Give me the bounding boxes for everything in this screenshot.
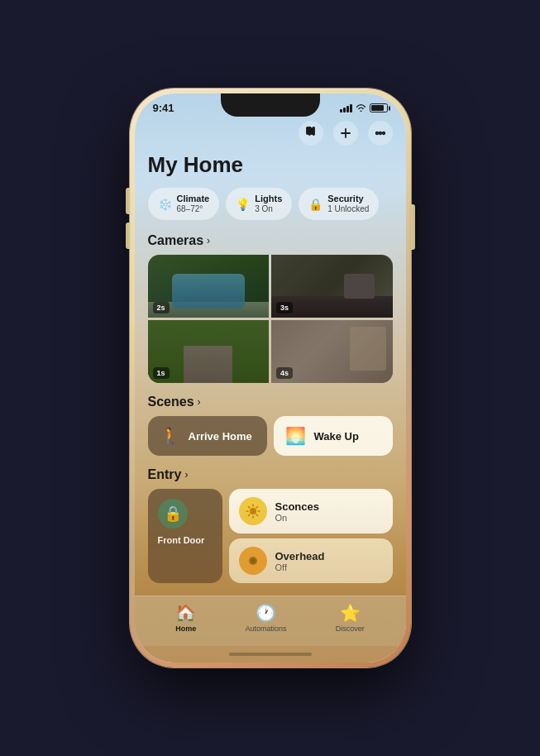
arrive-home-icon: 🚶: [160, 426, 180, 446]
home-nav-label: Home: [175, 624, 196, 633]
overhead-icon-circle: [239, 547, 267, 575]
overhead-name: Overhead: [275, 550, 325, 562]
scenes-title: Scenes: [148, 395, 194, 409]
camera-label-3: 1s: [153, 367, 170, 379]
camera-cell-living[interactable]: 4s: [271, 320, 393, 383]
category-pill-climate[interactable]: ❄️ Climate 68–72°: [148, 188, 220, 220]
cameras-section-header[interactable]: Cameras ›: [148, 233, 393, 248]
scenes-chevron: ›: [198, 396, 201, 408]
camera-cell-pool[interactable]: 2s: [148, 255, 270, 318]
phone-outer: 9:41: [130, 89, 411, 667]
lights-icon: 💡: [236, 198, 250, 211]
power-button[interactable]: [411, 204, 415, 250]
wifi-icon: [356, 103, 366, 113]
camera-label-4: 4s: [276, 367, 293, 379]
entry-devices: Sconces On: [229, 489, 393, 583]
volume-down-button[interactable]: [126, 222, 130, 249]
automations-nav-icon: 🕐: [256, 603, 276, 623]
nav-home[interactable]: 🏠 Home: [175, 603, 196, 633]
home-indicator: [135, 646, 406, 663]
category-pill-lights[interactable]: 💡 Lights 3 On: [226, 188, 292, 220]
svg-line-15: [256, 514, 258, 516]
status-icons: [340, 103, 388, 113]
sconces-name: Sconces: [275, 500, 319, 513]
sconces-text: Sconces On: [275, 500, 319, 523]
discover-nav-label: Discover: [336, 624, 365, 633]
security-icon: 🔒: [308, 198, 323, 211]
svg-line-16: [256, 507, 258, 509]
bottom-nav: 🏠 Home 🕐 Automations ⭐ Discover: [135, 596, 406, 646]
screen: 9:41: [135, 93, 406, 663]
sconces-card[interactable]: Sconces On: [229, 489, 393, 534]
wake-up-label: Wake Up: [314, 430, 359, 443]
add-button[interactable]: [333, 121, 358, 146]
sconces-icon-circle: [239, 497, 267, 525]
overhead-status: Off: [275, 562, 325, 572]
entry-section-header[interactable]: Entry ›: [148, 467, 393, 482]
camera-grid: 2s 3s 1s: [148, 255, 393, 383]
climate-label: Climate: [177, 194, 210, 204]
overhead-text: Overhead Off: [275, 550, 325, 572]
arrive-home-label: Arrive Home: [189, 430, 252, 443]
scene-card-arrive-home[interactable]: 🚶 Arrive Home: [148, 416, 267, 456]
discover-nav-icon: ⭐: [340, 603, 361, 623]
notch: [221, 93, 320, 117]
battery-icon: [370, 103, 388, 112]
home-nav-icon: 🏠: [175, 603, 196, 623]
cameras-chevron: ›: [207, 235, 210, 246]
volume-up-button[interactable]: [126, 188, 130, 214]
front-door-card[interactable]: 🔒 Front Door: [148, 489, 222, 583]
camera-label-1: 2s: [153, 302, 170, 313]
front-door-label: Front Door: [158, 535, 205, 545]
page-title: My Home: [148, 152, 393, 178]
signal-icon: [340, 104, 352, 112]
svg-rect-2: [311, 128, 313, 134]
climate-icon: ❄️: [158, 198, 172, 211]
lights-label: Lights: [255, 194, 282, 204]
category-pill-security[interactable]: 🔒 Security 1 Unlocked: [299, 188, 379, 220]
scenes-section-header[interactable]: Scenes ›: [148, 395, 393, 409]
entry-chevron: ›: [184, 469, 188, 481]
svg-line-14: [248, 507, 250, 509]
svg-point-7: [379, 132, 381, 135]
svg-line-17: [248, 514, 250, 516]
svg-point-19: [251, 558, 256, 563]
svg-rect-1: [308, 127, 310, 135]
entry-title: Entry: [148, 467, 182, 482]
entry-row: 🔒 Front Door: [148, 489, 393, 583]
scenes-row: 🚶 Arrive Home 🌅 Wake Up: [148, 416, 393, 456]
security-sub: 1 Unlocked: [327, 204, 369, 214]
toolbar: [148, 117, 393, 152]
status-time: 9:41: [153, 102, 174, 114]
nav-discover[interactable]: ⭐ Discover: [336, 603, 365, 633]
svg-point-8: [382, 132, 385, 135]
camera-label-2: 3s: [276, 302, 293, 313]
phone-inner: 9:41: [135, 93, 406, 663]
scroll-content: My Home ❄️ Climate 68–72° 💡 Lights: [135, 117, 406, 596]
svg-rect-3: [313, 127, 314, 135]
cameras-title: Cameras: [148, 233, 204, 248]
svg-point-6: [375, 132, 378, 135]
category-row: ❄️ Climate 68–72° 💡 Lights 3 On: [148, 188, 393, 220]
camera-cell-garden[interactable]: 1s: [148, 320, 270, 383]
scene-card-wake-up[interactable]: 🌅 Wake Up: [274, 416, 393, 456]
automations-nav-label: Automations: [245, 624, 286, 633]
home-indicator-bar: [229, 653, 312, 656]
svg-point-9: [250, 508, 256, 514]
voice-button[interactable]: [299, 121, 323, 146]
nav-automations[interactable]: 🕐 Automations: [245, 603, 286, 633]
more-button[interactable]: [368, 121, 393, 146]
lights-sub: 3 On: [255, 204, 282, 214]
sconces-status: On: [275, 513, 319, 523]
security-label: Security: [327, 194, 369, 204]
lock-icon-circle: 🔒: [158, 499, 188, 529]
overhead-card[interactable]: Overhead Off: [229, 538, 393, 583]
camera-cell-gym[interactable]: 3s: [271, 255, 393, 318]
climate-sub: 68–72°: [177, 204, 210, 214]
svg-rect-0: [307, 127, 308, 134]
wake-up-icon: 🌅: [285, 426, 306, 446]
